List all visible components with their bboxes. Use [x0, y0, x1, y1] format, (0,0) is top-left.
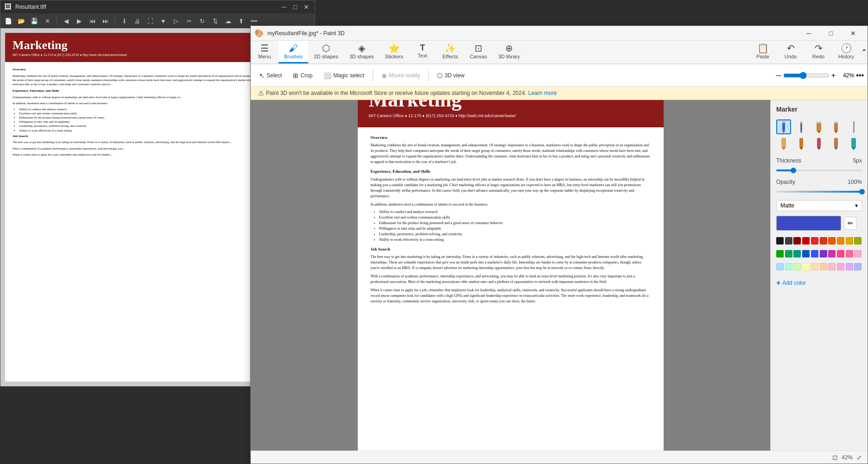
edit-color-btn[interactable]: ✏ — [844, 217, 857, 230]
marker-pen-purple[interactable] — [794, 119, 809, 134]
swatch-red[interactable] — [802, 237, 810, 245]
iv-crop-icon[interactable]: ✂ — [184, 16, 194, 26]
swatch-light-orange[interactable] — [820, 263, 827, 270]
zoom-in-icon[interactable]: + — [831, 71, 836, 80]
zoom-more-icon[interactable]: ••• — [856, 71, 864, 80]
tab-2dshapes[interactable]: ⬡ 2D shapes — [308, 41, 344, 63]
tab-redo[interactable]: ↷ Redo — [805, 41, 832, 63]
swatch-light-amber[interactable] — [811, 263, 818, 270]
iv-next-icon[interactable]: ▶ — [74, 16, 84, 26]
marker-thin-gray[interactable] — [846, 119, 861, 134]
swatch-black[interactable] — [776, 237, 784, 245]
swatch-amber[interactable] — [837, 237, 844, 245]
opacity-thumb[interactable] — [859, 189, 865, 194]
ribbon-collapse-btn[interactable]: ⌃ — [860, 41, 868, 63]
swatch-yellow-amber[interactable] — [846, 237, 853, 245]
tab-history[interactable]: 🕐 History — [832, 41, 860, 63]
swatch-darkred[interactable] — [793, 237, 801, 245]
mixed-reality-btn[interactable]: ◉ Mixed reality — [377, 67, 424, 84]
tab-canvas[interactable]: ⊡ Canvas — [464, 41, 493, 63]
tab-paste[interactable]: 📋 Paste — [749, 41, 777, 63]
canvas-icon: ⊡ — [475, 44, 482, 53]
select-btn[interactable]: ↖ Select — [254, 67, 286, 84]
tab-undo[interactable]: ↶ Undo — [777, 41, 805, 63]
marker-yellow[interactable] — [776, 136, 791, 151]
matte-select[interactable]: Matte ▾ — [776, 200, 862, 211]
iv-minimize-btn[interactable]: ─ — [279, 2, 289, 12]
expand-icon[interactable]: ⤢ — [856, 454, 862, 461]
iv-more-icon[interactable]: ••• — [249, 16, 259, 26]
view3d-btn[interactable]: ⬡ 3D view — [432, 67, 469, 84]
marker-brown[interactable] — [794, 136, 809, 151]
iv-prev-icon[interactable]: ◀ — [61, 16, 71, 26]
current-color-preview[interactable] — [776, 216, 841, 231]
swatch-pink-purple[interactable] — [828, 250, 836, 257]
iv-close-btn[interactable]: ✕ — [302, 2, 311, 12]
swatch-yellow-green[interactable] — [854, 237, 862, 245]
tab-stickers[interactable]: ⭐ Stickers — [380, 41, 409, 63]
swatch-light-salmon[interactable] — [828, 263, 836, 270]
crop-btn[interactable]: ⊞ Crop — [288, 67, 317, 84]
iv-fullscreen-icon[interactable]: ⛶ — [145, 16, 155, 26]
swatch-light-periwinkle[interactable] — [854, 263, 862, 270]
swatch-darkgray[interactable] — [785, 237, 792, 245]
swatch-light-blue[interactable] — [776, 263, 784, 270]
view3d-icon: ⬡ — [437, 72, 443, 79]
swatch-light-rose[interactable] — [837, 263, 844, 270]
swatch-blue[interactable] — [802, 250, 810, 257]
iv-open-icon[interactable]: 📂 — [16, 16, 26, 26]
iv-cloud-icon[interactable]: ☁ — [223, 16, 233, 26]
iv-info-icon[interactable]: ℹ — [119, 16, 129, 26]
p3d-minimize-btn[interactable]: ─ — [798, 26, 819, 41]
iv-last-icon[interactable]: ⏭ — [100, 16, 110, 26]
swatch-teal[interactable] — [793, 250, 801, 257]
marker-red[interactable] — [811, 136, 826, 151]
document-canvas[interactable]: Marketing MIT Careers Office ♦ 12-170 ♦ … — [358, 100, 664, 451]
p3d-maximize-btn[interactable]: □ — [820, 26, 842, 41]
swatch-light-teal[interactable] — [785, 263, 792, 270]
swatch-brightred[interactable] — [811, 237, 818, 245]
zoom-slider[interactable] — [783, 72, 830, 79]
swatch-light-purple[interactable] — [846, 263, 853, 270]
iv-rotate-icon[interactable]: ↻ — [197, 16, 207, 26]
swatch-light-yellow[interactable] — [802, 263, 810, 270]
iv-first-icon[interactable]: ⏮ — [87, 16, 97, 26]
swatch-teal-green[interactable] — [785, 250, 792, 257]
swatch-orange-red[interactable] — [820, 237, 827, 245]
tab-text[interactable]: T Text — [409, 41, 437, 63]
swatch-light-pink[interactable] — [854, 250, 862, 257]
swatch-orange[interactable] — [828, 237, 836, 245]
add-color-btn[interactable]: + Add color — [776, 277, 862, 289]
marker-amber[interactable] — [829, 136, 843, 151]
marker-teal[interactable] — [846, 136, 861, 151]
magic-select-btn[interactable]: ⬜ Magic select — [319, 67, 369, 84]
p3d-close-btn[interactable]: ✕ — [843, 26, 864, 41]
zoom-out-icon[interactable]: ─ — [776, 71, 781, 80]
iv-new-icon[interactable]: 📄 — [3, 16, 13, 26]
iv-close-icon[interactable]: ✕ — [42, 16, 52, 26]
tab-menu[interactable]: ☰ Menu — [251, 41, 279, 63]
iv-slideshow-icon[interactable]: ▷ — [171, 16, 181, 26]
overview-title: Overview — [371, 135, 651, 141]
swatch-bright-blue[interactable] — [811, 250, 818, 257]
marker-medium-orange[interactable] — [829, 119, 843, 134]
marker-pencil-blue[interactable] — [776, 119, 791, 134]
iv-favorite-icon[interactable]: ♥ — [158, 16, 168, 26]
swatch-pink[interactable] — [846, 250, 853, 257]
tab-3dshapes[interactable]: ◈ 3D shapes — [344, 41, 380, 63]
notification-link[interactable]: Learn more — [528, 90, 557, 96]
iv-upload-icon[interactable]: ⬆ — [236, 16, 246, 26]
thickness-thumb[interactable] — [791, 168, 796, 173]
swatch-green[interactable] — [776, 250, 784, 257]
tab-3dlibrary[interactable]: ⊕ 3D library — [493, 41, 526, 63]
iv-flip-icon[interactable]: ⇅ — [210, 16, 220, 26]
iv-print-icon[interactable]: 🖨 — [132, 16, 142, 26]
iv-maximize-btn[interactable]: □ — [291, 2, 300, 12]
marker-wide-orange[interactable] — [811, 119, 826, 134]
tab-brushes[interactable]: 🖌 Brushes — [279, 41, 308, 63]
tab-effects[interactable]: ✨ Effects — [437, 41, 464, 63]
swatch-purple[interactable] — [820, 250, 827, 257]
iv-save-icon[interactable]: 💾 — [29, 16, 39, 26]
swatch-hot-pink[interactable] — [837, 250, 844, 257]
swatch-light-green[interactable] — [793, 263, 801, 270]
